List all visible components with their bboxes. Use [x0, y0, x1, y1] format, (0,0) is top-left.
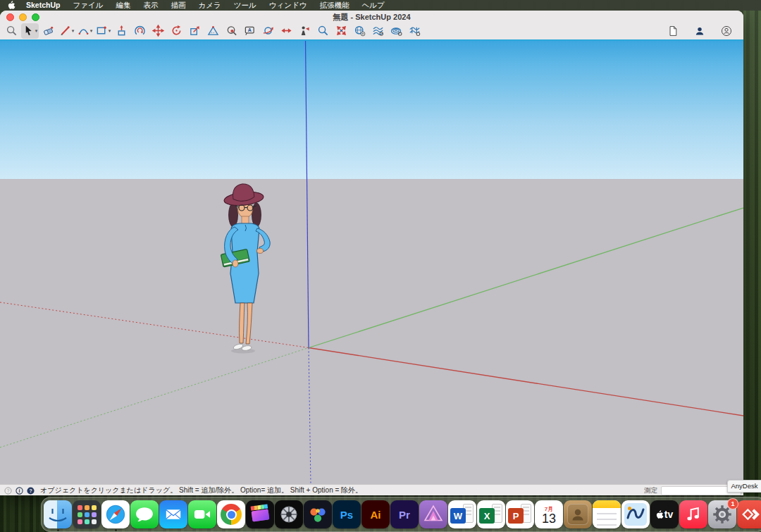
anydesk-window-label: AnyDesk [727, 480, 761, 493]
position-camera-tool[interactable] [296, 23, 314, 39]
orbit-tool[interactable] [259, 23, 277, 39]
title-bar[interactable]: 無題 - SketchUp 2024 [0, 11, 743, 22]
sandbox-from-scratch-tool[interactable] [406, 23, 423, 39]
menu-window[interactable]: ウィンドウ [263, 0, 314, 11]
svg-text:i: i [18, 488, 20, 494]
apple-menu[interactable] [8, 1, 16, 10]
push-pull-icon [116, 25, 128, 37]
sketchup-window: 無題 - SketchUp 2024 ▾▾▾▾A [0, 11, 743, 495]
rotate-tool[interactable] [168, 23, 185, 39]
menu-tools[interactable]: ツール [228, 0, 263, 11]
drawing-axes [0, 41, 743, 484]
dock-item-final-cut-pro[interactable] [246, 497, 274, 531]
zoom-tool[interactable] [314, 23, 332, 39]
eraser-icon [42, 25, 54, 37]
menu-app[interactable]: SketchUp [20, 0, 66, 11]
dock: PsAiPrWXP7月13tv1 [41, 497, 761, 532]
dock-item-notes[interactable] [593, 497, 621, 531]
arc-tool[interactable]: ▾ [76, 23, 94, 39]
dropdown-caret-icon[interactable]: ▾ [109, 28, 111, 34]
sandbox-from-contours-tool[interactable] [388, 23, 405, 39]
dropdown-caret-icon[interactable]: ▾ [72, 28, 75, 34]
menu-edit[interactable]: 編集 [109, 0, 137, 11]
dock-item-safari[interactable] [101, 497, 130, 531]
new-document-icon [667, 25, 679, 37]
dock-item-messages[interactable] [130, 497, 159, 531]
dock-item-chrome[interactable] [217, 497, 245, 531]
dock-item-contacts[interactable] [564, 497, 592, 531]
sign-in-button[interactable] [691, 23, 708, 39]
text-icon: A [244, 25, 256, 37]
dock-item-powerpoint[interactable]: P [506, 497, 534, 531]
account-button[interactable] [717, 23, 735, 39]
dock-item-launchpad[interactable] [73, 497, 101, 531]
add-location-tool[interactable] [351, 23, 369, 39]
offset-tool[interactable] [131, 23, 149, 39]
svg-text:?: ? [29, 488, 32, 493]
menu-view[interactable]: 表示 [137, 0, 164, 11]
eraser-tool[interactable] [39, 23, 57, 39]
zoom-extents-tool[interactable] [333, 23, 350, 39]
dock-item-music[interactable] [679, 497, 707, 531]
red-axis-dashed [0, 302, 309, 348]
toggle-terrain-tool[interactable] [369, 23, 387, 39]
scale-tool[interactable] [186, 23, 204, 39]
dock-item-system-settings[interactable]: 1 [708, 497, 736, 531]
dropdown-caret-icon[interactable]: ▾ [90, 28, 93, 34]
toggle-terrain-icon [372, 25, 384, 37]
rectangle-icon [96, 25, 108, 37]
credits-icon[interactable]: i [16, 487, 23, 495]
calendar-day: 13 [542, 512, 556, 525]
menu-camera[interactable]: カメラ [192, 0, 227, 11]
svg-text:A: A [248, 27, 252, 33]
dock-item-affinity-photo[interactable] [419, 497, 447, 531]
person-figure[interactable] [221, 182, 270, 353]
sandbox-from-scratch-icon [409, 25, 421, 37]
tape-measure-tool[interactable] [204, 23, 222, 39]
running-indicator [57, 529, 59, 531]
text-tool[interactable]: A [241, 23, 259, 39]
dock-item-apple-tv[interactable]: tv [650, 497, 679, 531]
new-document-button[interactable] [664, 23, 681, 39]
dock-item-premiere-pro[interactable]: Pr [390, 497, 419, 531]
dropdown-caret-icon[interactable]: ▾ [35, 28, 38, 34]
move-tool[interactable] [149, 23, 167, 39]
zoom-icon [317, 25, 329, 37]
measurement-label: 測定 [644, 486, 657, 495]
paint-bucket-tool[interactable] [223, 23, 240, 39]
line-tool[interactable]: ▾ [58, 23, 75, 39]
3d-viewport[interactable] [0, 41, 743, 484]
toolbar: ▾▾▾▾A [0, 22, 743, 39]
app-letter: Pr [399, 509, 410, 521]
menu-extensions[interactable]: 拡張機能 [313, 0, 355, 11]
app-letter: X [479, 508, 495, 524]
dock-item-photoshop[interactable]: Ps [333, 497, 361, 531]
dock-item-word[interactable]: W [448, 497, 476, 531]
geolocation-icon[interactable]: ? [4, 487, 12, 495]
scale-icon [189, 25, 201, 37]
dock-item-illustrator[interactable]: Ai [361, 497, 390, 531]
dock-item-excel[interactable]: X [477, 497, 505, 531]
apple-logo [8, 1, 16, 10]
search-tool[interactable] [3, 23, 20, 39]
dock-item-anydesk[interactable] [737, 497, 761, 531]
menu-help[interactable]: ヘルプ [355, 0, 390, 11]
dock-item-freeform[interactable] [621, 497, 650, 531]
push-pull-tool[interactable] [113, 23, 130, 39]
help-icon[interactable]: ? [27, 487, 35, 495]
dock-item-mail[interactable] [159, 497, 187, 531]
dock-item-facetime[interactable] [188, 497, 216, 531]
select-icon [23, 25, 35, 37]
dock-item-davinci-resolve[interactable] [304, 497, 332, 531]
dock-item-finder[interactable] [44, 497, 72, 531]
menu-file[interactable]: ファイル [66, 0, 109, 11]
menu-draw[interactable]: 描画 [164, 0, 192, 11]
pan-tool[interactable] [278, 23, 295, 39]
rectangle-tool[interactable]: ▾ [94, 23, 112, 39]
select-tool[interactable]: ▾ [21, 23, 39, 39]
pan-icon [280, 25, 292, 37]
menu-bar: SketchUpファイル編集表示描画カメラツールウィンドウ拡張機能ヘルプ [0, 0, 761, 11]
dock-item-compressor[interactable] [275, 497, 303, 531]
dock-item-calendar[interactable]: 7月13 [535, 497, 563, 531]
paint-bucket-icon [225, 25, 237, 37]
